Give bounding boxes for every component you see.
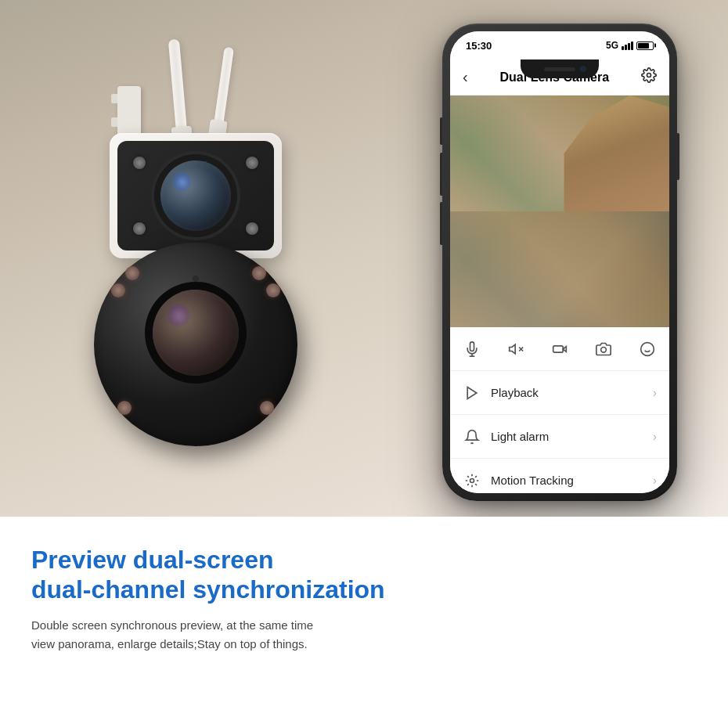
camera-bottom-lens <box>153 290 239 376</box>
bottom-ir-3 <box>111 283 125 297</box>
phone-wrapper: 15:30 5G <box>442 23 677 501</box>
light-alarm-chevron: › <box>653 430 657 444</box>
microphone-icon <box>464 341 480 357</box>
sub-description: Double screen synchronous preview, at th… <box>31 616 329 654</box>
camera-bottom-dome <box>94 243 297 446</box>
svg-rect-6 <box>553 345 564 351</box>
svg-marker-3 <box>510 344 516 354</box>
signal-bar-2 <box>625 45 627 50</box>
mute-button[interactable] <box>500 333 532 365</box>
main-title: Preview dual-screen dual-channel synchro… <box>31 545 697 605</box>
ir-light-br <box>246 222 258 235</box>
notch <box>521 59 599 78</box>
camera-top-lens <box>160 160 231 231</box>
main-title-line1: Preview dual-screen <box>31 546 273 574</box>
top-section: 15:30 5G <box>0 0 728 517</box>
camera-feeds <box>450 96 669 327</box>
menu-item-playback-left: Playback <box>463 384 539 402</box>
house-top-silhouette <box>538 96 669 211</box>
camera-feed-top <box>450 96 669 211</box>
light-alarm-icon <box>463 427 481 446</box>
menu-item-motion-tracking-left: Motion Tracking <box>463 471 574 490</box>
menu-item-motion-tracking[interactable]: Motion Tracking › <box>450 459 669 493</box>
menu-item-light-alarm[interactable]: Light alarm › <box>450 415 669 459</box>
light-alarm-label: Light alarm <box>491 430 549 443</box>
bottom-ir-6 <box>260 401 274 415</box>
playback-label: Playback <box>491 386 539 399</box>
menu-item-playback[interactable]: Playback › <box>450 371 669 415</box>
bottom-section: Preview dual-screen dual-channel synchro… <box>0 517 728 728</box>
signal-bar-4 <box>631 41 633 50</box>
ir-light-tr <box>246 157 258 169</box>
phone-vol-down-button <box>440 202 442 245</box>
ir-light-tl <box>133 157 146 169</box>
signal-bar-3 <box>628 43 630 50</box>
control-bar <box>450 327 669 371</box>
motion-svg <box>464 473 480 488</box>
camera-illustration <box>47 55 344 493</box>
phone-power-button <box>677 133 679 180</box>
phone-screen: 15:30 5G <box>450 31 669 493</box>
record-icon <box>552 341 568 357</box>
phone-shell: 15:30 5G <box>442 23 677 501</box>
microphone-button[interactable] <box>456 333 488 365</box>
text-content: Preview dual-screen dual-channel synchro… <box>31 545 697 654</box>
playback-icon <box>463 384 481 402</box>
camera-feed-bottom <box>450 211 669 327</box>
snapshot-button[interactable] <box>588 333 619 365</box>
motion-tracking-icon <box>463 471 481 490</box>
gear-icon <box>641 67 657 83</box>
menu-list: Playback › <box>450 371 669 493</box>
signal-bars <box>622 41 633 50</box>
back-button[interactable]: ‹ <box>463 68 468 86</box>
ir-light-bl <box>133 222 146 235</box>
face-detect-button[interactable] <box>632 333 663 365</box>
status-right: 5G <box>606 40 654 51</box>
motion-tracking-label: Motion Tracking <box>491 474 574 487</box>
notch-camera <box>580 66 586 72</box>
bottom-ir-2 <box>252 266 266 280</box>
snapshot-icon <box>596 341 611 357</box>
menu-item-light-alarm-left: Light alarm <box>463 427 549 446</box>
main-title-line2: dual-channel synchronization <box>31 575 385 604</box>
phone-vol-up-button <box>440 153 442 196</box>
phone-section: 15:30 5G <box>391 0 728 517</box>
bottom-ir-5 <box>117 401 132 415</box>
signal-bar-1 <box>622 46 624 50</box>
svg-point-9 <box>641 342 654 355</box>
record-button[interactable] <box>544 333 575 365</box>
face-detect-icon <box>640 341 655 357</box>
dome-dot <box>193 276 199 282</box>
svg-point-13 <box>470 478 474 482</box>
settings-button[interactable] <box>641 67 657 87</box>
bottom-ir-4 <box>266 283 280 297</box>
svg-point-0 <box>647 74 651 77</box>
mute-icon <box>508 341 524 357</box>
motion-tracking-chevron: › <box>653 474 657 488</box>
play-svg <box>464 385 480 401</box>
playback-chevron: › <box>653 386 657 400</box>
bottom-ir-1 <box>125 266 139 280</box>
svg-point-8 <box>601 347 607 352</box>
antenna-1 <box>168 39 187 134</box>
camera-top-face <box>117 141 274 250</box>
status-time: 15:30 <box>466 40 492 52</box>
svg-marker-12 <box>467 387 477 398</box>
phone-silent-button <box>440 117 442 145</box>
status-bar: 15:30 5G <box>450 31 669 59</box>
notch-speaker <box>544 67 575 71</box>
battery-fill <box>638 43 649 49</box>
bell-svg <box>464 429 480 445</box>
signal-label: 5G <box>606 40 618 51</box>
main-container: 15:30 5G <box>0 0 728 728</box>
camera-section <box>0 0 391 517</box>
antenna-2 <box>214 47 234 126</box>
battery-icon <box>636 41 654 50</box>
